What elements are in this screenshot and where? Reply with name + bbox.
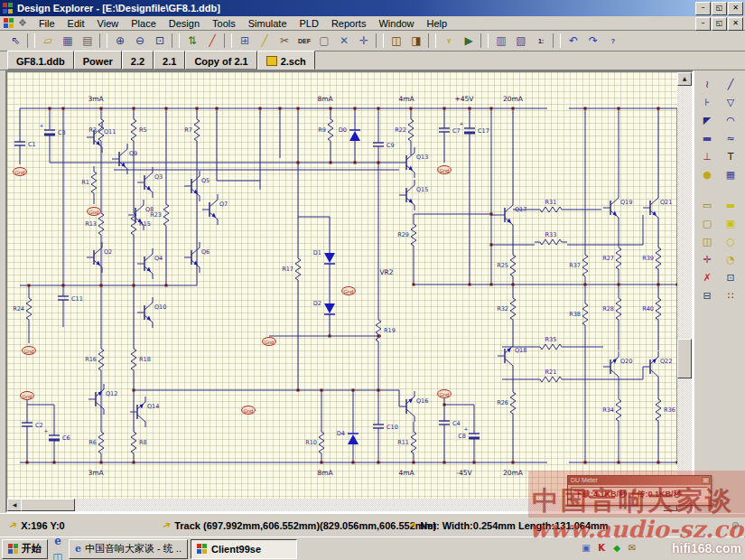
line-tool[interactable]: ╱ <box>720 76 741 92</box>
zoom-all-button[interactable]: ⊡ <box>151 33 169 49</box>
sheet-entry-tool[interactable]: ⊡ <box>720 269 741 285</box>
vertical-scrollbar[interactable]: ▲ ▼ <box>677 72 692 499</box>
scroll-up-button[interactable]: ▲ <box>677 72 692 86</box>
simulate-button[interactable]: ▥ <box>492 33 510 49</box>
save-button[interactable]: ▦ <box>59 33 77 49</box>
zoom-in-button[interactable]: ⊕ <box>111 33 129 49</box>
print-button[interactable]: ▤ <box>79 33 97 49</box>
probe-tool[interactable]: ⊟ <box>696 287 718 303</box>
menu-window[interactable]: Window <box>372 17 420 30</box>
menu-help[interactable]: Help <box>421 17 454 30</box>
net-label-4mA: 4mA <box>398 95 414 103</box>
menu-edit[interactable]: Edit <box>61 17 91 30</box>
tab-2-1[interactable]: 2.1 <box>154 51 185 70</box>
pie-tool[interactable]: ◔ <box>720 251 741 267</box>
open-button[interactable]: ▱ <box>39 33 57 49</box>
grid-tool[interactable]: ∷ <box>720 287 741 303</box>
part-tool[interactable]: ▦ <box>720 166 741 182</box>
browse-library-button[interactable]: ◫ <box>387 33 405 49</box>
tab-2-sch[interactable]: 2.sch <box>257 51 315 70</box>
resistor-R19 <box>376 314 381 347</box>
power-port-tool[interactable]: ⊥ <box>696 148 718 164</box>
edit-library-button[interactable]: ◨ <box>407 33 425 49</box>
wire-button[interactable]: ╱ <box>256 33 274 49</box>
help-button[interactable]: ? <box>604 33 622 49</box>
menu-pld[interactable]: PLD <box>293 17 325 30</box>
delete-tool[interactable]: ✗ <box>696 269 718 285</box>
cursor-tool[interactable]: ⇖ <box>6 33 24 49</box>
menu-view[interactable]: View <box>91 17 126 30</box>
start-button[interactable]: 开始 <box>2 539 48 559</box>
picture-tool[interactable]: ◫ <box>696 233 718 249</box>
tab-power[interactable]: Power <box>74 51 122 70</box>
sheet-symbol-tool[interactable]: ▬ <box>696 130 718 146</box>
menu-reports[interactable]: Reports <box>325 17 373 30</box>
menu-simulate[interactable]: Simulate <box>242 17 293 30</box>
resistor-R22 <box>408 114 414 146</box>
bezier-tool[interactable]: ≈ <box>720 130 741 146</box>
polygon-tool[interactable]: ▽ <box>720 94 741 110</box>
move-button[interactable]: ✛ <box>355 33 373 49</box>
junction-dot <box>297 107 300 110</box>
array-paste-tool[interactable]: ✛ <box>696 251 718 267</box>
ellipse-tool[interactable]: ○ <box>720 233 741 249</box>
tray-icon-kav[interactable]: K <box>595 541 608 554</box>
menu-file[interactable]: File <box>33 17 61 30</box>
tray-icon-monitor[interactable]: ▣ <box>580 541 592 554</box>
junction-dot <box>354 107 357 110</box>
resistor-label-R10: R10 <box>305 439 317 446</box>
bus-tool[interactable]: ⊦ <box>696 94 718 110</box>
close-button[interactable]: ✕ <box>728 2 743 15</box>
zoom-out-button[interactable]: ⊖ <box>131 33 149 49</box>
tray-icon-green[interactable]: ◆ <box>610 541 623 554</box>
updown-hierarchy-button[interactable]: ⇅ <box>183 33 201 49</box>
junction-tool[interactable]: ● <box>696 166 718 182</box>
arc-tool[interactable]: ◠ <box>720 112 741 128</box>
cut-button[interactable]: ✂ <box>275 33 293 49</box>
du-meter-window[interactable]: DU Meter ✕ 下载:4.1KB/秒 上传:0.1KB/秒 <box>567 475 712 506</box>
def-button[interactable]: DEF <box>295 33 313 49</box>
vscroll-thumb[interactable] <box>677 339 692 378</box>
mdi-restore-button[interactable]: ◱ <box>712 17 727 31</box>
tab-gf8-1-ddb[interactable]: GF8.1.ddb <box>7 51 74 70</box>
scroll-left-button[interactable]: ◀ <box>7 499 22 511</box>
run-button[interactable]: ▶ <box>460 33 478 49</box>
copy-button[interactable]: ⊞ <box>236 33 254 49</box>
window-title: Design Explorer - [E:\Designfile\GF8.1.d… <box>17 3 220 14</box>
redo-button[interactable]: ↷ <box>584 33 602 49</box>
deselect-button[interactable]: ✕ <box>335 33 353 49</box>
rect-tool[interactable]: ▭ <box>696 197 718 213</box>
du-meter-close-icon[interactable]: ✕ <box>702 477 710 484</box>
simulate-setup-button[interactable]: ▧ <box>512 33 530 49</box>
annotate-button[interactable]: 1: <box>532 33 550 49</box>
task-icon <box>197 544 208 555</box>
taskbar-task-1[interactable]: e中国音响大家谈 - 统 .. <box>69 539 188 559</box>
net-label-tool[interactable]: ◤ <box>696 112 718 128</box>
minimize-button[interactable]: – <box>695 2 711 15</box>
quicklaunch-desktop[interactable]: ◫ <box>50 549 66 560</box>
wire-tool[interactable]: ≀ <box>696 76 718 92</box>
probe-button[interactable]: Y <box>440 33 458 49</box>
du-meter-titlebar[interactable]: DU Meter ✕ <box>568 476 711 485</box>
undo-button[interactable]: ↶ <box>564 33 582 49</box>
select-area-button[interactable]: ▢ <box>315 33 333 49</box>
hscroll-thumb[interactable] <box>21 499 75 511</box>
tab-2-2[interactable]: 2.2 <box>122 51 154 70</box>
taskbar-task-2[interactable]: Client99se <box>191 539 297 559</box>
schematic-canvas[interactable]: R3R5R7R1R9R22R29R19R17R23R13R15R16R18R24… <box>7 72 677 499</box>
redline-button[interactable]: ╱ <box>203 33 221 49</box>
quicklaunch-ie[interactable]: e <box>50 533 66 549</box>
filled-round-rect-tool[interactable]: ▣ <box>720 215 741 231</box>
text-tool[interactable]: T <box>720 148 741 164</box>
resistor-R39 <box>656 242 661 275</box>
menu-design[interactable]: Design <box>163 17 206 30</box>
restore-button[interactable]: ◱ <box>712 2 727 15</box>
round-rect-tool[interactable]: ▢ <box>696 215 718 231</box>
mdi-minimize-button[interactable]: – <box>695 17 711 31</box>
filled-rect-tool[interactable]: ▬ <box>720 197 741 213</box>
menu-place[interactable]: Place <box>125 17 163 30</box>
tray-icon-mail[interactable]: ✉ <box>626 541 638 554</box>
tab-copy-of-2-1[interactable]: Copy of 2.1 <box>185 51 256 70</box>
mdi-close-button[interactable]: ✕ <box>728 17 743 31</box>
menu-tools[interactable]: Tools <box>206 17 242 30</box>
